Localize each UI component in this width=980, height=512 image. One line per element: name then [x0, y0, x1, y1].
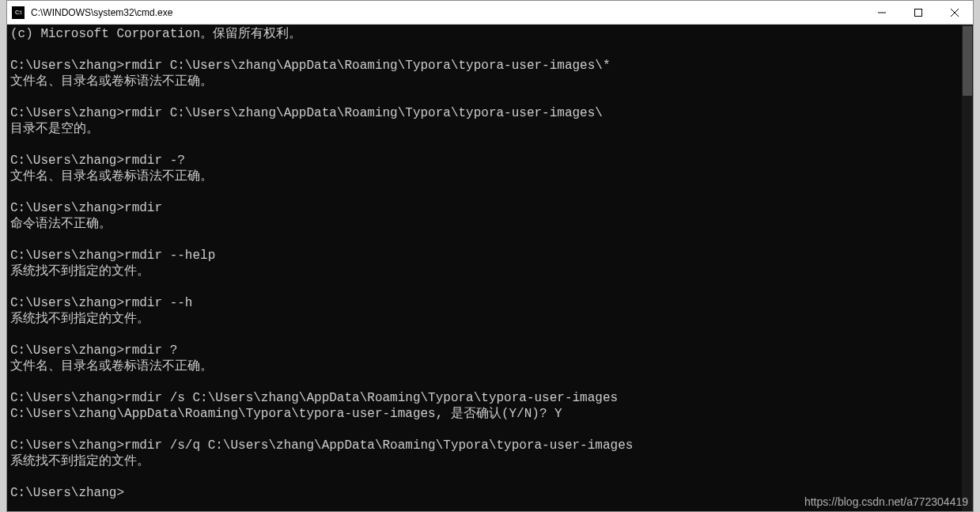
- window-controls: [864, 1, 973, 24]
- terminal-area: (c) Microsoft Corporation。保留所有权利。 C:\Use…: [7, 25, 973, 511]
- watermark-text: https://blog.csdn.net/a772304419: [804, 495, 968, 508]
- cmd-window: C:\ C:\WINDOWS\system32\cmd.exe (c) Micr…: [6, 0, 974, 512]
- scrollbar-thumb[interactable]: [963, 26, 972, 96]
- maximize-button[interactable]: [900, 1, 936, 24]
- minimize-button[interactable]: [864, 1, 900, 24]
- background-fragment: [0, 0, 6, 512]
- terminal-output[interactable]: (c) Microsoft Corporation。保留所有权利。 C:\Use…: [7, 25, 962, 511]
- titlebar[interactable]: C:\ C:\WINDOWS\system32\cmd.exe: [7, 1, 973, 25]
- cmd-icon: C:\: [12, 6, 25, 19]
- scrollbar-track[interactable]: [962, 25, 973, 511]
- svg-rect-1: [915, 9, 922, 16]
- window-title: C:\WINDOWS\system32\cmd.exe: [31, 7, 864, 18]
- close-button[interactable]: [936, 1, 973, 24]
